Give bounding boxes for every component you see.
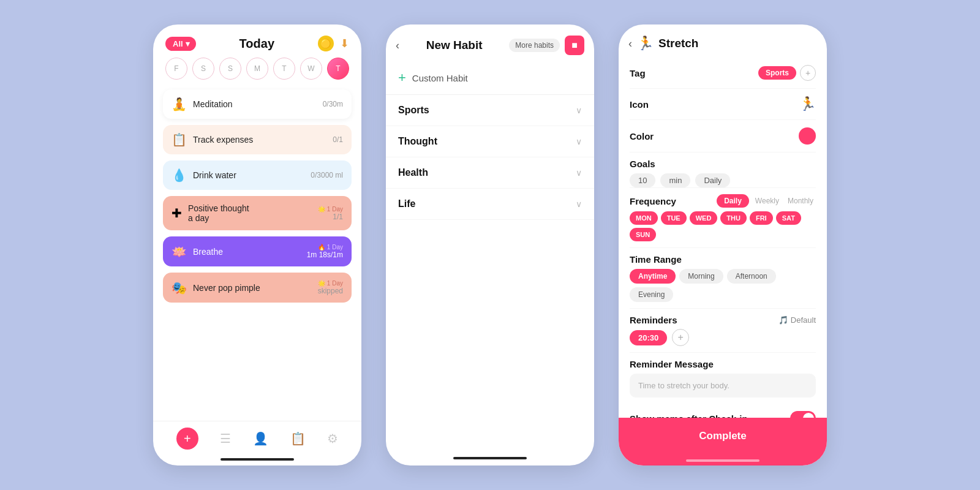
track-expenses-progress: 0/1 xyxy=(333,135,343,144)
time-chips: Anytime Morning Afternoon Evening xyxy=(630,265,816,306)
habit-track-expenses[interactable]: 📋 Track expenses 0/1 xyxy=(163,125,352,154)
stretch-back-button[interactable]: ‹ xyxy=(628,37,632,50)
day-t-today[interactable]: T xyxy=(327,58,349,80)
stretch-title: Stretch xyxy=(658,37,817,50)
home-indicator-2 xyxy=(453,457,527,459)
category-life[interactable]: Life ∨ xyxy=(386,189,594,220)
tag-sports-chip[interactable]: Sports xyxy=(758,66,796,80)
show-memo-row: Show memo after Check-in xyxy=(630,404,816,418)
sports-label: Sports xyxy=(398,105,429,116)
more-habits-button[interactable]: More habits xyxy=(509,39,560,52)
habit-drink-water[interactable]: 💧 Drink water 0/3000 ml xyxy=(163,160,352,190)
freq-weekly-chip[interactable]: Weekly xyxy=(753,194,782,208)
list-nav-icon[interactable]: ☰ xyxy=(220,431,231,446)
day-t1[interactable]: T xyxy=(273,58,295,80)
day-fri[interactable]: FRI xyxy=(750,211,773,225)
category-thought[interactable]: Thought ∨ xyxy=(386,126,594,157)
never-pop-pimple-icon: 🎭 xyxy=(172,281,187,295)
reminder-chips: 20:30 + xyxy=(630,325,816,350)
new-habit-header: ‹ New Habit More habits ■ xyxy=(386,24,594,61)
day-s2[interactable]: S xyxy=(219,58,241,80)
health-label: Health xyxy=(398,167,428,178)
day-m[interactable]: M xyxy=(246,58,268,80)
never-pop-badge: 🌟 1 Day xyxy=(318,280,343,287)
reminder-add-button[interactable]: + xyxy=(672,329,689,346)
habit-icon-button[interactable]: ■ xyxy=(565,36,584,55)
all-filter-button[interactable]: All ▾ xyxy=(165,37,196,51)
goals-label: Goals xyxy=(630,159,655,169)
time-range-section: Time Range Anytime Morning Afternoon Eve… xyxy=(630,247,816,308)
category-sports[interactable]: Sports ∨ xyxy=(386,95,594,126)
time-range-label: Time Range xyxy=(630,254,682,265)
bottom-nav: + ☰ 👤 📋 ⚙ xyxy=(153,421,361,454)
screen-today: All ▾ Today 🟡 ⬇ F S S M T W T 🧘 Meditati… xyxy=(153,24,361,466)
day-thu[interactable]: THU xyxy=(720,211,747,225)
day-mon[interactable]: MON xyxy=(630,211,658,225)
reminder-message-label: Reminder Message xyxy=(630,359,714,369)
day-tue[interactable]: TUE xyxy=(661,211,687,225)
icon-row: Icon 🏃 xyxy=(630,89,816,120)
frequency-section: Frequency Daily Weekly Monthly MON TUE W… xyxy=(630,187,816,247)
days-row: F S S M T W T xyxy=(153,58,361,86)
custom-habit-row[interactable]: + Custom Habit xyxy=(386,61,594,95)
health-chevron-icon: ∨ xyxy=(576,168,582,178)
add-habit-fab[interactable]: + xyxy=(176,428,198,450)
reminder-time-chip[interactable]: 20:30 xyxy=(630,330,667,345)
goals-section: Goals 10 min Daily xyxy=(630,153,816,187)
breathe-name: Breathe xyxy=(193,247,223,257)
habit-never-pop-pimple[interactable]: 🎭 Never pop pimple 🌟 1 Day skipped xyxy=(163,273,352,303)
time-evening[interactable]: Evening xyxy=(630,287,673,302)
tag-add-button[interactable]: + xyxy=(800,65,816,81)
breathe-progress: 1m 18s/1m xyxy=(307,251,343,259)
day-f[interactable]: F xyxy=(165,58,187,80)
reminder-message-input[interactable]: Time to stretch your body. xyxy=(630,374,816,398)
all-label: All xyxy=(173,39,183,48)
never-pop-status: skipped xyxy=(318,287,343,295)
settings-nav-icon[interactable]: ⚙ xyxy=(327,431,338,446)
goals-unit-chip[interactable]: min xyxy=(660,173,690,187)
category-health[interactable]: Health ∨ xyxy=(386,157,594,189)
meditation-name: Meditation xyxy=(193,99,233,109)
chevron-down-icon: ▾ xyxy=(186,39,190,48)
positive-thought-icon: ✚ xyxy=(172,206,182,221)
stats-nav-icon[interactable]: 📋 xyxy=(290,431,306,446)
goals-num-chip[interactable]: 10 xyxy=(630,173,655,187)
stretch-header: ‹ 🏃 Stretch xyxy=(619,24,827,58)
habit-meditation[interactable]: 🧘 Meditation 0/30m xyxy=(163,89,352,119)
download-icon[interactable]: ⬇ xyxy=(340,37,349,50)
icon-label: Icon xyxy=(630,99,649,110)
freq-monthly-chip[interactable]: Monthly xyxy=(785,194,816,208)
day-wed[interactable]: WED xyxy=(690,211,718,225)
new-habit-title: New Habit xyxy=(399,39,509,52)
habit-breathe[interactable]: 🪷 Breathe 🔥 1 Day 1m 18s/1m xyxy=(163,236,352,266)
habit-positive-thought[interactable]: ✚ Positive thoughta day 🌟 1 Day 1/1 xyxy=(163,196,352,230)
sports-chevron-icon: ∨ xyxy=(576,105,582,115)
friends-nav-icon[interactable]: 👤 xyxy=(253,431,268,446)
track-expenses-name: Track expenses xyxy=(193,135,253,145)
day-sun[interactable]: SUN xyxy=(630,228,656,241)
goals-freq-chip[interactable]: Daily xyxy=(695,173,730,187)
thought-label: Thought xyxy=(398,136,437,147)
freq-daily-chip[interactable]: Daily xyxy=(717,194,749,208)
frequency-options: Daily Weekly Monthly xyxy=(717,194,816,208)
complete-button[interactable]: Complete xyxy=(619,418,827,454)
habits-list: 🧘 Meditation 0/30m 📋 Track expenses 0/1 … xyxy=(153,86,361,421)
life-label: Life xyxy=(398,198,415,209)
today-header: All ▾ Today 🟡 ⬇ xyxy=(153,24,361,58)
home-indicator-3 xyxy=(686,459,760,462)
color-row: Color xyxy=(630,120,816,153)
show-memo-toggle[interactable] xyxy=(790,411,816,418)
show-memo-label: Show memo after Check-in xyxy=(630,413,748,418)
time-anytime[interactable]: Anytime xyxy=(630,269,676,284)
selected-icon[interactable]: 🏃 xyxy=(799,96,816,112)
custom-habit-label: Custom Habit xyxy=(412,73,468,83)
time-afternoon[interactable]: Afternoon xyxy=(727,269,776,284)
time-morning[interactable]: Morning xyxy=(679,269,723,284)
day-sat[interactable]: SAT xyxy=(776,211,801,225)
reminders-label: Reminders xyxy=(630,315,677,325)
color-picker[interactable] xyxy=(799,127,816,145)
meditation-icon: 🧘 xyxy=(172,97,187,111)
day-s1[interactable]: S xyxy=(192,58,214,80)
day-w[interactable]: W xyxy=(300,58,322,80)
reminder-message-section: Reminder Message Time to stretch your bo… xyxy=(630,352,816,404)
